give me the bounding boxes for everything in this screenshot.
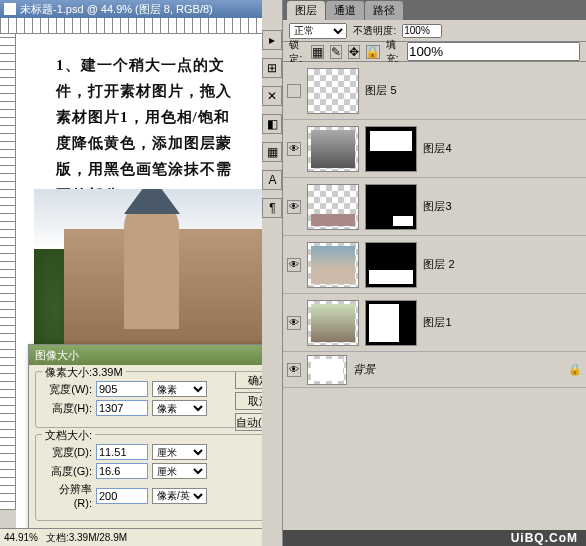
resolution-input[interactable] [96,488,148,504]
pixel-dim-legend: 像素大小:3.39M [42,365,126,380]
dialog-title-bar[interactable]: 图像大小 × [29,345,262,365]
layer-row[interactable]: 👁 图层1 [283,294,586,352]
fill-input[interactable] [407,42,580,61]
type-icon[interactable]: A [262,170,282,190]
layers-list: 图层 5 👁 图层4 👁 图层3 👁 图层 2 👁 [283,62,586,530]
tab-layers[interactable]: 图层 [287,1,325,20]
doc-width-input[interactable] [96,444,148,460]
layer-thumbnail[interactable] [307,355,347,385]
swatch-icon[interactable]: ▦ [262,142,282,162]
layer-thumbnail[interactable] [307,68,359,114]
layer-name[interactable]: 图层3 [423,199,582,214]
visibility-icon[interactable]: 👁 [287,363,301,377]
lock-move-icon[interactable]: ✥ [348,45,360,59]
doc-size-status: 文档:3.39M/28.9M [46,531,127,545]
layer-name[interactable]: 图层4 [423,141,582,156]
canvas[interactable]: 1、建一个稍大一点的文件，打开素材图片，拖入素材图片1，用色相/饱和度降低黄色，… [16,34,262,528]
tab-paths[interactable]: 路径 [365,1,403,20]
layer-mask[interactable] [365,300,417,346]
px-width-input[interactable] [96,381,148,397]
history-icon[interactable]: ◧ [262,114,282,134]
ruler-vertical[interactable] [0,34,16,510]
layer-name[interactable]: 图层 5 [365,83,582,98]
px-height-input[interactable] [96,400,148,416]
wrench-icon[interactable]: ✕ [262,86,282,106]
castle-image [34,189,262,369]
scale-styles-label: 缩放样式(Y) [51,527,110,528]
layer-row[interactable]: 👁 图层3 [283,178,586,236]
image-size-dialog: 图像大小 × 确定 取消 自动(A)... 像素大小:3.39M 宽度(W): [28,344,262,528]
doc-title: 未标题-1.psd @ 44.9% (图层 8, RGB/8) [20,2,213,17]
layer-row[interactable]: 👁 图层4 [283,120,586,178]
document-title-bar: 未标题-1.psd @ 44.9% (图层 8, RGB/8) [0,0,262,18]
px-height-label: 高度(H): [42,401,92,416]
visibility-icon[interactable]: 👁 [287,200,301,214]
opacity-input[interactable] [402,24,442,38]
dialog-title: 图像大小 [35,348,79,363]
layer-name[interactable]: 图层 2 [423,257,582,272]
doc-height-label: 高度(G): [42,464,92,479]
tab-channels[interactable]: 通道 [326,1,364,20]
visibility-icon[interactable] [287,84,301,98]
status-bar: 44.91% 文档:3.39M/28.9M [0,528,262,546]
doc-height-input[interactable] [96,463,148,479]
layer-thumbnail[interactable] [307,126,359,172]
zoom-level[interactable]: 44.91% [4,532,38,543]
layer-thumbnail[interactable] [307,242,359,288]
resolution-unit[interactable]: 像素/英寸 [152,488,207,504]
panel-tabs: 图层 通道 路径 [283,0,586,20]
px-width-label: 宽度(W): [42,382,92,397]
watermark: UiBQ.CoM [283,530,586,546]
layer-thumbnail[interactable] [307,300,359,346]
arrow-tool-icon[interactable]: ▸ [262,30,282,50]
layer-row[interactable]: 👁 图层 2 [283,236,586,294]
tool-column: ▸ ⊞ ✕ ◧ ▦ A ¶ [262,0,282,546]
doc-height-unit[interactable]: 厘米 [152,463,207,479]
layer-row[interactable]: 👁 背景 🔒 [283,352,586,388]
blend-mode-select[interactable]: 正常 [289,23,347,39]
visibility-icon[interactable]: 👁 [287,316,301,330]
lock-icon: 🔒 [568,363,582,376]
doc-width-label: 宽度(D): [42,445,92,460]
lock-transparent-icon[interactable]: ▦ [311,45,324,59]
paragraph-icon[interactable]: ¶ [262,198,282,218]
doc-icon [4,3,16,15]
lock-paint-icon[interactable]: ✎ [330,45,342,59]
layer-row[interactable]: 图层 5 [283,62,586,120]
px-height-unit[interactable]: 像素 [152,400,207,416]
navigator-icon[interactable]: ⊞ [262,58,282,78]
layer-mask[interactable] [365,184,417,230]
px-width-unit[interactable]: 像素 [152,381,207,397]
layer-thumbnail[interactable] [307,184,359,230]
lock-all-icon[interactable]: 🔒 [366,45,380,59]
layer-name[interactable]: 背景 [353,362,562,377]
layer-name[interactable]: 图层1 [423,315,582,330]
ruler-horizontal[interactable] [0,18,262,34]
layer-mask[interactable] [365,242,417,288]
visibility-icon[interactable]: 👁 [287,142,301,156]
doc-width-unit[interactable]: 厘米 [152,444,207,460]
doc-dim-legend: 文档大小: [42,428,95,443]
resolution-label: 分辨率(R): [42,482,92,509]
layer-mask[interactable] [365,126,417,172]
visibility-icon[interactable]: 👁 [287,258,301,272]
opacity-label: 不透明度: [353,24,396,38]
